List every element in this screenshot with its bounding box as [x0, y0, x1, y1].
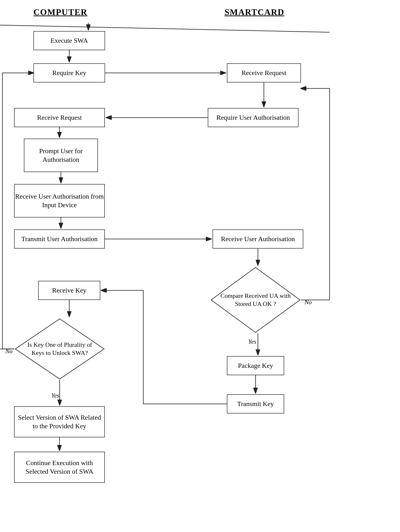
box-receive-user-auth-smart: Receive User Authorisation [212, 229, 303, 248]
box-select-version: Select Version of SWA Related to the Pro… [14, 406, 105, 437]
label-no-key: No [5, 348, 12, 355]
flowchart-diagram: COMPUTER SMARTCARD Execute SWA Require K… [0, 0, 400, 532]
box-prompt-user: Prompt User for Authorisation [24, 139, 98, 172]
box-receive-request-smart: Receive Request [227, 63, 301, 82]
diamond-is-key: Is Key One of Plurality of Keys to Unloc… [14, 318, 105, 380]
label-yes-key: Yes [51, 392, 59, 399]
label-no-compare: No [305, 299, 312, 306]
box-require-key: Require Key [33, 63, 105, 82]
box-package-key: Package Key [227, 356, 284, 375]
header-computer: COMPUTER [33, 7, 88, 17]
box-transmit-key: Transmit Key [227, 394, 284, 413]
box-transmit-user-auth: Transmit User Authorisation [14, 229, 105, 248]
diamond-compare-ua: Compare Received UA with Stored UA OK ? [210, 266, 301, 333]
box-receive-key: Receive Key [38, 281, 100, 300]
label-yes-compare: Yes [248, 338, 256, 345]
box-receive-user-auth-input: Receive User Authorisation from Input De… [14, 184, 105, 217]
header-smartcard: SMARTCARD [225, 7, 284, 17]
box-require-user-auth: Require User Authorisation [208, 108, 299, 127]
box-continue-execution: Continue Execution with Selected Version… [14, 452, 105, 483]
box-receive-request-computer: Receive Request [14, 108, 105, 127]
box-execute-swa: Execute SWA [33, 31, 105, 50]
